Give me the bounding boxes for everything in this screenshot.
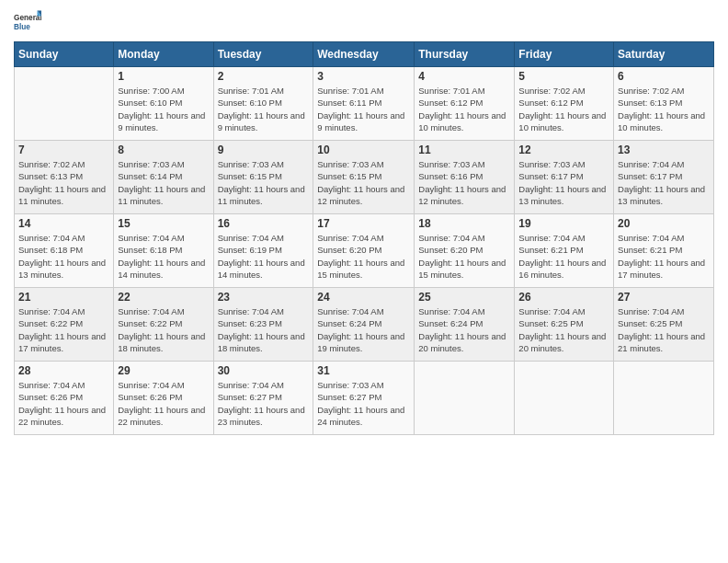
day-info: Sunrise: 7:03 AMSunset: 6:14 PMDaylight:… <box>118 158 209 207</box>
day-info: Sunrise: 7:04 AMSunset: 6:27 PMDaylight:… <box>218 379 310 428</box>
day-info: Sunrise: 7:04 AMSunset: 6:23 PMDaylight:… <box>218 305 310 354</box>
weekday-header-thursday: Thursday <box>415 42 515 67</box>
day-info: Sunrise: 7:04 AMSunset: 6:26 PMDaylight:… <box>18 379 109 428</box>
day-number: 27 <box>618 291 710 304</box>
logo-icon: General Blue <box>14 9 41 37</box>
day-number: 10 <box>317 144 410 156</box>
day-number: 19 <box>518 217 609 230</box>
calendar-table: SundayMondayTuesdayWednesdayThursdayFrid… <box>14 41 714 435</box>
day-number: 25 <box>418 291 510 304</box>
day-number: 17 <box>317 217 410 230</box>
calendar-cell: 5Sunrise: 7:02 AMSunset: 6:12 PMDaylight… <box>515 67 614 141</box>
day-info: Sunrise: 7:04 AMSunset: 6:18 PMDaylight:… <box>18 232 109 281</box>
calendar-cell: 28Sunrise: 7:04 AMSunset: 6:26 PMDayligh… <box>15 362 114 435</box>
weekday-header-tuesday: Tuesday <box>213 42 313 67</box>
day-number: 31 <box>317 364 410 377</box>
calendar-cell: 14Sunrise: 7:04 AMSunset: 6:18 PMDayligh… <box>15 214 114 288</box>
calendar-week-row: 7Sunrise: 7:02 AMSunset: 6:13 PMDaylight… <box>15 141 714 214</box>
day-info: Sunrise: 7:04 AMSunset: 6:25 PMDaylight:… <box>518 305 609 354</box>
calendar-cell: 7Sunrise: 7:02 AMSunset: 6:13 PMDaylight… <box>15 141 114 214</box>
day-info: Sunrise: 7:01 AMSunset: 6:11 PMDaylight:… <box>317 85 410 133</box>
day-info: Sunrise: 7:02 AMSunset: 6:13 PMDaylight:… <box>618 85 710 133</box>
calendar-cell: 21Sunrise: 7:04 AMSunset: 6:22 PMDayligh… <box>15 288 114 362</box>
weekday-header-wednesday: Wednesday <box>313 42 415 67</box>
day-info: Sunrise: 7:04 AMSunset: 6:19 PMDaylight:… <box>218 232 310 281</box>
calendar-cell: 23Sunrise: 7:04 AMSunset: 6:23 PMDayligh… <box>213 288 313 362</box>
weekday-header-row: SundayMondayTuesdayWednesdayThursdayFrid… <box>15 42 714 67</box>
day-info: Sunrise: 7:04 AMSunset: 6:24 PMDaylight:… <box>418 305 510 354</box>
day-number: 3 <box>317 70 410 83</box>
calendar-cell: 29Sunrise: 7:04 AMSunset: 6:26 PMDayligh… <box>114 362 213 435</box>
day-info: Sunrise: 7:01 AMSunset: 6:10 PMDaylight:… <box>218 85 310 133</box>
day-number: 14 <box>18 217 109 230</box>
calendar-cell: 27Sunrise: 7:04 AMSunset: 6:25 PMDayligh… <box>614 288 714 362</box>
day-number: 13 <box>618 144 710 156</box>
calendar-cell: 26Sunrise: 7:04 AMSunset: 6:25 PMDayligh… <box>515 288 614 362</box>
day-info: Sunrise: 7:00 AMSunset: 6:10 PMDaylight:… <box>118 85 209 133</box>
day-number: 1 <box>118 70 209 83</box>
day-number: 30 <box>218 364 310 377</box>
day-info: Sunrise: 7:04 AMSunset: 6:20 PMDaylight:… <box>418 232 510 281</box>
day-info: Sunrise: 7:03 AMSunset: 6:17 PMDaylight:… <box>518 158 609 207</box>
calendar-cell: 17Sunrise: 7:04 AMSunset: 6:20 PMDayligh… <box>313 214 415 288</box>
day-number: 5 <box>518 70 609 83</box>
svg-text:Blue: Blue <box>14 23 30 31</box>
day-info: Sunrise: 7:04 AMSunset: 6:26 PMDaylight:… <box>118 379 209 428</box>
day-info: Sunrise: 7:04 AMSunset: 6:24 PMDaylight:… <box>317 305 410 354</box>
day-number: 16 <box>218 217 310 230</box>
calendar-cell: 22Sunrise: 7:04 AMSunset: 6:22 PMDayligh… <box>114 288 213 362</box>
day-info: Sunrise: 7:04 AMSunset: 6:18 PMDaylight:… <box>118 232 209 281</box>
day-number: 18 <box>418 217 510 230</box>
calendar-cell: 31Sunrise: 7:03 AMSunset: 6:27 PMDayligh… <box>313 362 415 435</box>
weekday-header-saturday: Saturday <box>614 42 714 67</box>
page-header: General Blue <box>14 9 714 37</box>
calendar-cell: 24Sunrise: 7:04 AMSunset: 6:24 PMDayligh… <box>313 288 415 362</box>
calendar-cell: 19Sunrise: 7:04 AMSunset: 6:21 PMDayligh… <box>515 214 614 288</box>
day-info: Sunrise: 7:03 AMSunset: 6:15 PMDaylight:… <box>317 158 410 207</box>
calendar-cell: 20Sunrise: 7:04 AMSunset: 6:21 PMDayligh… <box>614 214 714 288</box>
day-info: Sunrise: 7:03 AMSunset: 6:16 PMDaylight:… <box>418 158 510 207</box>
calendar-cell: 8Sunrise: 7:03 AMSunset: 6:14 PMDaylight… <box>114 141 213 214</box>
day-info: Sunrise: 7:03 AMSunset: 6:15 PMDaylight:… <box>218 158 310 207</box>
calendar-week-row: 1Sunrise: 7:00 AMSunset: 6:10 PMDaylight… <box>15 67 714 141</box>
weekday-header-monday: Monday <box>114 42 213 67</box>
day-number: 11 <box>418 144 510 156</box>
day-info: Sunrise: 7:04 AMSunset: 6:17 PMDaylight:… <box>618 158 710 207</box>
calendar-cell: 1Sunrise: 7:00 AMSunset: 6:10 PMDaylight… <box>114 67 213 141</box>
day-number: 4 <box>418 70 510 83</box>
day-number: 28 <box>18 364 109 377</box>
calendar-cell: 12Sunrise: 7:03 AMSunset: 6:17 PMDayligh… <box>515 141 614 214</box>
calendar-cell <box>415 362 515 435</box>
day-number: 6 <box>618 70 710 83</box>
day-number: 24 <box>317 291 410 304</box>
day-info: Sunrise: 7:02 AMSunset: 6:13 PMDaylight:… <box>18 158 109 207</box>
day-number: 29 <box>118 364 209 377</box>
day-number: 20 <box>618 217 710 230</box>
day-info: Sunrise: 7:01 AMSunset: 6:12 PMDaylight:… <box>418 85 510 133</box>
day-info: Sunrise: 7:03 AMSunset: 6:27 PMDaylight:… <box>317 379 410 428</box>
day-number: 15 <box>118 217 209 230</box>
calendar-cell: 11Sunrise: 7:03 AMSunset: 6:16 PMDayligh… <box>415 141 515 214</box>
day-number: 9 <box>218 144 310 156</box>
calendar-cell: 25Sunrise: 7:04 AMSunset: 6:24 PMDayligh… <box>415 288 515 362</box>
weekday-header-friday: Friday <box>515 42 614 67</box>
day-number: 7 <box>18 144 109 156</box>
day-number: 22 <box>118 291 209 304</box>
calendar-week-row: 21Sunrise: 7:04 AMSunset: 6:22 PMDayligh… <box>15 288 714 362</box>
calendar-cell: 10Sunrise: 7:03 AMSunset: 6:15 PMDayligh… <box>313 141 415 214</box>
calendar-cell <box>614 362 714 435</box>
day-info: Sunrise: 7:04 AMSunset: 6:22 PMDaylight:… <box>118 305 209 354</box>
calendar-cell: 30Sunrise: 7:04 AMSunset: 6:27 PMDayligh… <box>213 362 313 435</box>
calendar-week-row: 28Sunrise: 7:04 AMSunset: 6:26 PMDayligh… <box>15 362 714 435</box>
day-number: 26 <box>518 291 609 304</box>
day-number: 2 <box>218 70 310 83</box>
calendar-cell: 2Sunrise: 7:01 AMSunset: 6:10 PMDaylight… <box>213 67 313 141</box>
day-info: Sunrise: 7:04 AMSunset: 6:22 PMDaylight:… <box>18 305 109 354</box>
calendar-cell: 13Sunrise: 7:04 AMSunset: 6:17 PMDayligh… <box>614 141 714 214</box>
calendar-cell: 9Sunrise: 7:03 AMSunset: 6:15 PMDaylight… <box>213 141 313 214</box>
day-info: Sunrise: 7:04 AMSunset: 6:25 PMDaylight:… <box>618 305 710 354</box>
calendar-cell: 6Sunrise: 7:02 AMSunset: 6:13 PMDaylight… <box>614 67 714 141</box>
day-info: Sunrise: 7:04 AMSunset: 6:21 PMDaylight:… <box>618 232 710 281</box>
day-info: Sunrise: 7:04 AMSunset: 6:21 PMDaylight:… <box>518 232 609 281</box>
day-info: Sunrise: 7:02 AMSunset: 6:12 PMDaylight:… <box>518 85 609 133</box>
